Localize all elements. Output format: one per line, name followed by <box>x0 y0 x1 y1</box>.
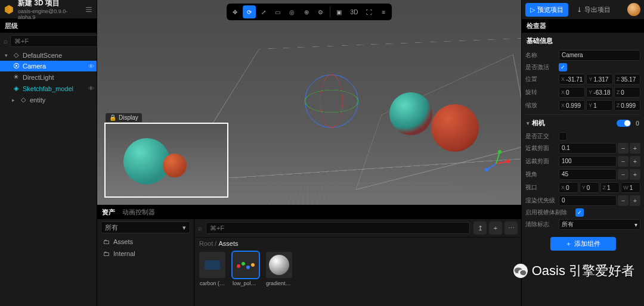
tree-label: DefaultScene <box>23 52 62 59</box>
tab-animator[interactable]: 动画控制器 <box>122 208 155 217</box>
tool-rotate[interactable]: ⟳ <box>243 5 256 18</box>
frustum-checkbox[interactable]: ✓ <box>575 208 584 217</box>
camera-enabled-toggle[interactable] <box>617 120 631 127</box>
svg-point-4 <box>498 150 501 154</box>
folder-assets[interactable]: 🗀Assets <box>97 236 194 248</box>
pos-z-field[interactable]: Z35.17 <box>614 74 640 85</box>
preview-button[interactable]: ▷预览项目 <box>525 3 568 17</box>
dec-button[interactable]: − <box>618 169 628 180</box>
fov-label: 视角 <box>525 170 556 179</box>
fov-field[interactable]: 45 <box>559 169 617 180</box>
tool-move[interactable]: ✥ <box>228 5 242 18</box>
asset-upload-button[interactable]: ↥ <box>473 221 487 235</box>
camera-icon: ⦿ <box>12 63 20 70</box>
tool-rect[interactable]: ▭ <box>271 5 284 18</box>
visibility-icon[interactable]: 👁 <box>88 63 94 70</box>
model-icon: ◈ <box>12 85 20 92</box>
scale-label: 缩放 <box>525 101 556 110</box>
inc-button[interactable]: + <box>630 156 640 167</box>
tree-item-entity[interactable]: ▸ ◇ entity <box>0 94 97 105</box>
vp-z-field[interactable]: Z1 <box>600 182 620 193</box>
rot-y-field[interactable]: Y-63.18 <box>586 87 612 98</box>
ortho-checkbox[interactable]: ✓ <box>559 132 567 140</box>
tree-label: Camera <box>23 63 46 70</box>
name-field[interactable]: Camera <box>559 50 640 61</box>
app-logo-icon <box>4 4 14 15</box>
section-camera[interactable]: ▾相机0 <box>525 114 640 131</box>
inc-button[interactable]: + <box>630 169 640 180</box>
scale-x-field[interactable]: X0.999 <box>559 100 585 111</box>
tool-scale[interactable]: ⤢ <box>257 5 270 18</box>
tool-3d-toggle[interactable]: 3D <box>347 5 362 18</box>
near-label: 近裁剪面 <box>525 144 556 152</box>
camera-preview[interactable]: 🔒Display <box>104 123 228 198</box>
orientation-gizmo[interactable] <box>482 149 510 178</box>
asset-more-button[interactable]: ⋯ <box>504 221 518 235</box>
tree-label: Sketchfab_model <box>23 85 73 92</box>
vp-x-field[interactable]: X0 <box>559 182 578 193</box>
entity-icon: ◇ <box>19 96 27 104</box>
hamburger-icon[interactable] <box>85 5 93 14</box>
tree-item-camera[interactable]: ⦿ Camera 👁 <box>0 61 97 71</box>
search-icon: ⌕ <box>4 38 8 45</box>
hierarchy-title: 层级 <box>0 19 97 33</box>
asset-thumb[interactable]: low_poly… <box>233 252 259 286</box>
dec-button[interactable]: − <box>618 156 628 167</box>
asset-thumb[interactable]: gradient_… <box>266 252 292 286</box>
priority-label: 渲染优先级 <box>525 196 556 205</box>
rotation-label: 旋转 <box>525 88 556 96</box>
pos-x-field[interactable]: X-31.71 <box>559 74 585 85</box>
svg-point-7 <box>242 262 245 266</box>
viewport-3d[interactable]: ✥ ⟳ ⤢ ▭ ◎ ⊕ ⚙ ▣ 3D ⛶ ≡ � <box>97 0 521 205</box>
clear-select[interactable]: 所有▾ <box>559 219 640 230</box>
tool-camera[interactable]: ▣ <box>333 5 346 18</box>
svg-point-8 <box>246 266 250 269</box>
svg-line-0 <box>496 161 508 164</box>
asset-thumb[interactable]: carbon (… <box>199 252 225 286</box>
pos-y-field[interactable]: Y1.317 <box>586 74 612 85</box>
assets-breadcrumb: Root / Assets <box>194 238 521 249</box>
scale-y-field[interactable]: Y1 <box>586 100 612 111</box>
export-button[interactable]: ⤓导出项目 <box>572 3 615 17</box>
assets-search-input[interactable] <box>206 222 470 234</box>
dec-button[interactable]: − <box>618 143 628 154</box>
rot-x-field[interactable]: X0 <box>559 87 585 98</box>
chevron-right-icon: ▸ <box>12 97 19 103</box>
asset-add-button[interactable]: + <box>489 221 502 235</box>
visibility-icon[interactable]: 👁 <box>88 85 94 92</box>
scale-z-field[interactable]: Z0.999 <box>614 100 640 111</box>
vp-y-field[interactable]: Y0 <box>580 182 599 193</box>
asset-filter-select[interactable]: 所有▾ <box>101 221 190 233</box>
tab-assets[interactable]: 资产 <box>102 208 115 217</box>
scene-sphere-red[interactable] <box>431 104 479 152</box>
near-field[interactable]: 0.1 <box>559 143 617 154</box>
search-icon: ⌕ <box>198 224 202 232</box>
tree-item-scene[interactable]: ▾ ◇ DefaultScene <box>0 49 97 61</box>
inc-button[interactable]: + <box>630 195 640 206</box>
dec-button[interactable]: − <box>618 195 628 206</box>
add-component-button[interactable]: ＋ 添加组件 <box>550 237 616 251</box>
tool-pivot[interactable]: ⊕ <box>300 5 313 18</box>
tool-local[interactable]: ◎ <box>286 5 299 18</box>
rot-z-field[interactable]: Z0 <box>614 87 640 98</box>
priority-field[interactable]: 0 <box>559 195 617 206</box>
far-field[interactable]: 100 <box>559 156 617 167</box>
inc-button[interactable]: + <box>630 143 640 154</box>
scene-sphere-teal[interactable] <box>389 92 432 135</box>
svg-point-9 <box>251 263 255 267</box>
user-avatar[interactable] <box>627 3 640 16</box>
vp-w-field[interactable]: W1 <box>621 182 640 193</box>
tree-label: entity <box>30 96 45 104</box>
tool-snap[interactable]: ⚙ <box>314 5 327 18</box>
tree-item-light[interactable]: ☀ DirectLight <box>0 71 97 83</box>
tree-item-model[interactable]: ◈ Sketchfab_model 👁 <box>0 83 97 94</box>
tool-fullscreen[interactable]: ⛶ <box>363 5 376 18</box>
svg-point-3 <box>506 160 510 163</box>
folder-internal[interactable]: 🗀Internal <box>97 248 194 260</box>
project-title: 新建 3D 项目 <box>18 0 85 8</box>
hierarchy-search-input[interactable] <box>10 35 101 47</box>
display-label: 🔒Display <box>106 113 142 122</box>
active-checkbox[interactable]: ✓ <box>559 63 567 71</box>
tool-stats[interactable]: ≡ <box>377 5 390 18</box>
chevron-down-icon: ▾ <box>182 224 186 232</box>
